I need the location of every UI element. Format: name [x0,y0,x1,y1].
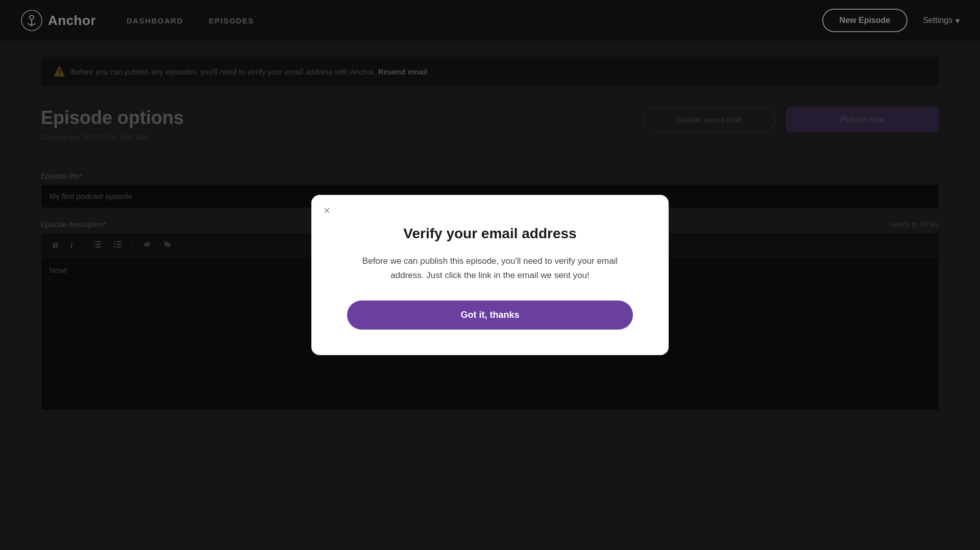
modal-body: Before we can publish this episode, you'… [347,254,633,282]
modal-title: Verify your email address [347,226,633,242]
modal-overlay[interactable]: × Verify your email address Before we ca… [0,0,980,550]
modal-close-button[interactable]: × [324,205,330,216]
got-it-button[interactable]: Got it, thanks [347,301,633,330]
verify-email-modal: × Verify your email address Before we ca… [311,195,669,355]
